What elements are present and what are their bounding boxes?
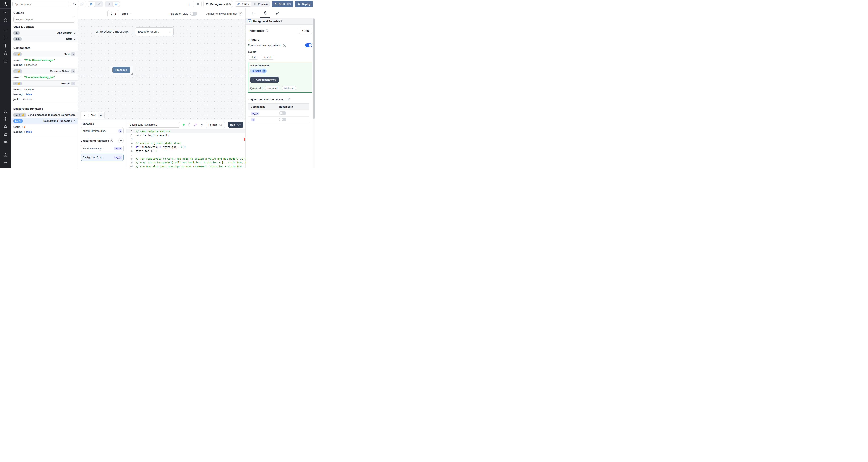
recompute-toggle-c[interactable] bbox=[279, 118, 286, 122]
collapse-button[interactable]: ∧ bbox=[71, 82, 75, 85]
sidebar-item-schedules[interactable] bbox=[0, 57, 11, 65]
sidebar-item-variables[interactable] bbox=[0, 42, 11, 50]
code-line[interactable]: 4// access a global state store bbox=[126, 141, 245, 145]
runnable-card-bg0[interactable]: Send a message... bg_0 bbox=[81, 145, 124, 152]
center-layout-button[interactable] bbox=[88, 2, 95, 7]
add-transformer-button[interactable]: + Add bbox=[299, 28, 312, 34]
collapse-button[interactable]: ∧ bbox=[71, 69, 75, 73]
output-kv[interactable]: loading:false bbox=[11, 130, 78, 134]
output-kv[interactable]: result:"Write Discord message:" bbox=[11, 58, 78, 63]
deploy-button[interactable]: Deploy bbox=[295, 1, 313, 7]
zoom-out-button[interactable]: − bbox=[81, 113, 88, 117]
resource-select-component[interactable]: Example resou... × bbox=[135, 27, 174, 36]
refresh-count-button[interactable]: 1 bbox=[107, 10, 119, 18]
fullscreen-layout-button[interactable] bbox=[96, 2, 103, 7]
add-background-runnable-button[interactable]: + bbox=[118, 138, 124, 143]
chevron-down-icon[interactable]: ∨ bbox=[74, 38, 75, 40]
run-button[interactable]: Run ⌘↵ bbox=[228, 122, 243, 128]
clear-selection-icon[interactable]: × bbox=[169, 30, 171, 34]
runnable-card-c[interactable]: hub/1511/discord/se... c bbox=[81, 127, 124, 134]
code-line[interactable]: 10// you may also just reassign as next … bbox=[126, 165, 245, 168]
sidebar-item-workers[interactable] bbox=[0, 123, 11, 130]
sidebar-item-runs[interactable] bbox=[0, 34, 11, 42]
scrollbar[interactable] bbox=[313, 18, 315, 168]
info-icon[interactable]: i bbox=[286, 98, 290, 101]
add-dependency-button[interactable]: + Add dependency bbox=[250, 77, 279, 83]
text-component[interactable]: Write Discord message: bbox=[94, 27, 133, 36]
sidebar-item-home[interactable] bbox=[0, 27, 11, 34]
chevron-down-icon[interactable]: ∨ bbox=[74, 32, 75, 34]
more-menu-button[interactable]: ⋮ bbox=[187, 2, 191, 6]
resize-handle[interactable] bbox=[131, 73, 133, 75]
remove-watched-value-icon[interactable]: × bbox=[262, 69, 266, 73]
chevron-up-icon[interactable]: ∧ bbox=[74, 120, 75, 122]
sidebar-item-apps[interactable] bbox=[0, 9, 11, 16]
code-line[interactable]: 2console.log(ctx.email) bbox=[126, 133, 245, 137]
context-row-ctx[interactable]: ctx App Context ∨ bbox=[11, 30, 78, 36]
windmill-logo[interactable] bbox=[0, 0, 11, 9]
sidebar-collapse-toggle[interactable] bbox=[0, 159, 11, 166]
quick-add-ctx-email[interactable]: +ctx.email bbox=[265, 86, 280, 90]
sidebar-item-audit[interactable] bbox=[0, 138, 11, 145]
watched-value-chip[interactable]: b.result × bbox=[250, 69, 267, 73]
tab-styling[interactable] bbox=[271, 8, 284, 18]
code-line[interactable]: 3 bbox=[126, 137, 245, 141]
code-line[interactable]: 1// read outputs and ctx bbox=[126, 129, 245, 133]
docs-button[interactable] bbox=[193, 1, 202, 7]
sidebar-item-resources[interactable] bbox=[0, 50, 11, 57]
scrollbar-thumb[interactable] bbox=[313, 19, 315, 119]
ai-wand-icon[interactable] bbox=[194, 123, 197, 127]
info-icon[interactable]: i bbox=[239, 12, 242, 15]
runnable-card-bg1[interactable]: Background Run... bg_1 bbox=[81, 154, 124, 161]
search-outputs-input[interactable] bbox=[13, 16, 75, 23]
run-mode-select[interactable]: once bbox=[119, 12, 135, 15]
info-icon[interactable]: i bbox=[283, 44, 286, 47]
redo-button[interactable] bbox=[78, 1, 86, 7]
tab-insert-component[interactable] bbox=[246, 8, 259, 18]
delete-trash-icon[interactable] bbox=[200, 123, 203, 127]
output-kv[interactable]: loading:undefined bbox=[11, 63, 78, 67]
hide-bar-toggle[interactable] bbox=[190, 12, 197, 16]
code-body[interactable]: 1// read outputs and ctx2console.log(ctx… bbox=[126, 129, 245, 168]
sidebar-item-settings[interactable] bbox=[0, 115, 11, 123]
format-button[interactable]: Format ⌘S bbox=[206, 122, 225, 128]
code-line[interactable]: 8// for reactivity to work, you need to … bbox=[126, 157, 245, 161]
bg-runnable-row-bg0[interactable]: bg_0☝ Send a message to discord using we… bbox=[11, 112, 78, 118]
quick-add-state-foo[interactable]: +state.foo bbox=[282, 86, 297, 90]
cache-database-icon[interactable] bbox=[188, 123, 191, 127]
tab-component-settings[interactable] bbox=[259, 8, 271, 18]
code-line[interactable]: 5if (!state.foo) { state.foo = 0 } bbox=[126, 145, 245, 149]
resize-handle[interactable] bbox=[130, 33, 132, 35]
sidebar-item-help[interactable] bbox=[0, 151, 11, 159]
context-row-state[interactable]: state State ∨ bbox=[11, 36, 78, 42]
code-line[interactable]: 9// e.g: state.foo.push(1) will not work… bbox=[126, 161, 245, 165]
tab-preview[interactable]: Preview bbox=[251, 2, 270, 6]
app-summary-input[interactable] bbox=[12, 1, 69, 7]
tab-editor[interactable]: Editor bbox=[235, 2, 251, 6]
undo-button[interactable] bbox=[71, 1, 78, 7]
info-icon[interactable]: i bbox=[266, 29, 269, 32]
desktop-view-button[interactable] bbox=[113, 2, 120, 7]
collapse-button[interactable]: ∧ bbox=[71, 53, 75, 56]
component-row-b[interactable]: b☝ Resource Select ∧ bbox=[11, 68, 78, 74]
press-me-button[interactable]: Press me bbox=[112, 67, 130, 73]
app-canvas[interactable]: Write Discord message: Example resou... … bbox=[78, 19, 245, 120]
sidebar-item-favorites[interactable] bbox=[0, 16, 11, 24]
mobile-view-button[interactable] bbox=[105, 2, 112, 6]
sidebar-item-users[interactable] bbox=[0, 107, 11, 115]
bg-runnable-row-bg1[interactable]: bg_1 Background Runnable 1 ∧ bbox=[11, 118, 78, 124]
run-on-start-toggle[interactable] bbox=[305, 43, 312, 47]
resize-handle[interactable] bbox=[171, 33, 173, 35]
info-icon[interactable]: i bbox=[110, 139, 113, 142]
code-line[interactable]: 7 bbox=[126, 153, 245, 157]
component-row-c[interactable]: c☝ Button ∧ bbox=[11, 80, 78, 87]
output-kv[interactable]: loading:false bbox=[11, 92, 78, 97]
recompute-toggle-bg0[interactable] bbox=[279, 111, 286, 115]
output-kv[interactable]: jobId:undefined bbox=[11, 97, 78, 102]
output-kv[interactable]: result:undefined bbox=[11, 87, 78, 92]
runnable-name-input[interactable] bbox=[128, 122, 180, 128]
sidebar-item-folders[interactable] bbox=[0, 130, 11, 138]
code-line[interactable]: 6state.foo += 1 bbox=[126, 149, 245, 153]
zoom-in-button[interactable]: + bbox=[98, 113, 104, 118]
draft-button[interactable]: Draft ⌘S bbox=[272, 1, 293, 7]
